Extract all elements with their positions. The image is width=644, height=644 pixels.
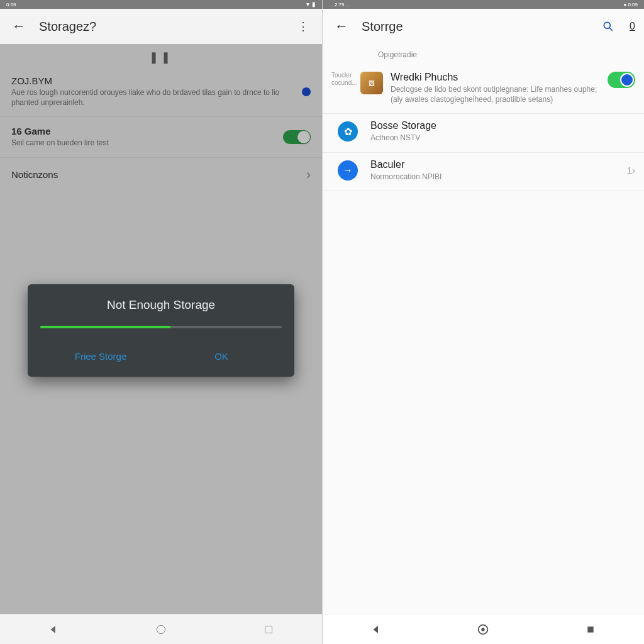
- svg-rect-1: [265, 626, 272, 633]
- back-arrow-icon: ←: [335, 18, 348, 35]
- left-header: ← Storagez? ⋮: [0, 9, 322, 44]
- svg-point-5: [482, 628, 486, 631]
- right-phone: ... 2:79 .. ● 0:09 ← Storrge 0 Opigetrad…: [322, 0, 644, 644]
- list-item-title: Wredki Phuchs: [391, 72, 608, 83]
- nav-recent-button[interactable]: [256, 617, 281, 642]
- status-right-text: ● 0:09: [623, 2, 638, 8]
- svg-line-3: [610, 28, 613, 31]
- gear-badge-icon: ✿: [338, 121, 358, 142]
- svg-point-2: [604, 22, 610, 28]
- list-item-subtitle: Actheon NSTV: [370, 133, 635, 143]
- android-nav-bar: [323, 614, 644, 644]
- list-item-title: Bosse Storage: [370, 120, 635, 131]
- list-item[interactable]: ✿ Bosse Storage Actheon NSTV: [323, 114, 644, 152]
- list-item-title: Baculer: [370, 159, 622, 170]
- ok-button[interactable]: OK: [161, 345, 282, 368]
- toggle-switch[interactable]: [608, 72, 635, 88]
- circle-home-icon: [155, 623, 167, 636]
- list-item[interactable]: Toucler cocund... 🖼 Wredki Phuchs Declog…: [323, 65, 644, 114]
- status-bar: ... 2:79 .. ● 0:09: [323, 0, 644, 9]
- search-icon: [602, 20, 614, 33]
- back-button[interactable]: ←: [331, 16, 352, 36]
- status-left-text: ... 2:79 ..: [329, 2, 348, 8]
- more-vert-icon: ⋮: [297, 19, 309, 33]
- header-count[interactable]: 0: [630, 21, 635, 32]
- row-tail-text: 1›: [627, 165, 635, 175]
- battery-icon: ▮: [312, 1, 316, 8]
- page-title: Storrge: [362, 19, 598, 34]
- dialog-title: Not Enough Storage: [40, 298, 282, 312]
- free-storage-button[interactable]: Friee Storge: [40, 345, 161, 368]
- list-item-subtitle: Normorocation NPIBI: [370, 172, 622, 182]
- android-nav-bar: [0, 614, 322, 644]
- page-title: Storagez?: [39, 19, 293, 34]
- storage-progress-bar: [40, 326, 282, 328]
- overflow-menu-button[interactable]: ⋮: [293, 16, 313, 36]
- list-item[interactable]: → Baculer Normorocation NPIBI 1›: [323, 153, 644, 191]
- photo-app-icon: 🖼: [360, 72, 383, 94]
- square-recent-icon: [586, 625, 596, 635]
- status-bar: 0:09 ▾ ▮: [0, 0, 322, 9]
- section-label: Opigetradie: [323, 44, 644, 65]
- arrow-circle-icon: →: [338, 160, 358, 180]
- nav-home-button[interactable]: [148, 617, 174, 642]
- square-recent-icon: [264, 625, 274, 635]
- right-header: ← Storrge 0: [323, 9, 644, 44]
- back-arrow-icon: ←: [12, 18, 26, 35]
- left-phone: 0:09 ▾ ▮ ← Storagez? ⋮ ❚❚ ZOJ.BYM Aue ro…: [0, 0, 322, 644]
- nav-back-button[interactable]: [364, 617, 389, 642]
- nav-recent-button[interactable]: [578, 617, 603, 642]
- triangle-back-icon: [48, 624, 59, 635]
- search-button[interactable]: [598, 16, 618, 36]
- circle-home-icon: [476, 623, 490, 636]
- triangle-back-icon: [370, 624, 382, 635]
- svg-point-0: [157, 625, 165, 633]
- nav-back-button[interactable]: [41, 617, 66, 642]
- back-button[interactable]: ←: [9, 16, 29, 36]
- wifi-icon: ▾: [306, 1, 309, 8]
- status-time: 0:09: [6, 2, 16, 8]
- svg-rect-6: [587, 626, 593, 632]
- list-item-subtitle: Declogse de lido bed skont outiplegnane:…: [391, 84, 608, 104]
- nav-home-button[interactable]: [470, 617, 496, 642]
- row-left-label: Toucler cocund...: [331, 72, 359, 87]
- not-enough-storage-dialog: Not Enough Storage Friee Storge OK: [28, 284, 294, 377]
